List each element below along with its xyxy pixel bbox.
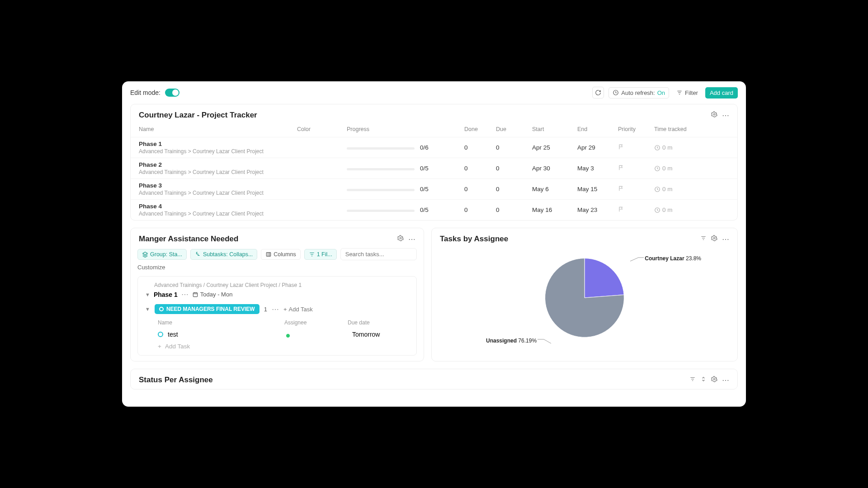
col-due: Due: [496, 126, 532, 132]
status-collapse-toggle[interactable]: ▼: [145, 306, 150, 312]
status-title: Status Per Assignee: [139, 375, 213, 385]
settings-button[interactable]: [397, 235, 404, 244]
filter-button[interactable]: [700, 235, 707, 244]
row-name[interactable]: Phase 3Advanced Trainings > Courtney Laz…: [139, 182, 297, 196]
row-start[interactable]: May 16: [532, 206, 577, 213]
row-end[interactable]: May 3: [577, 165, 618, 172]
edit-mode-toggle[interactable]: [165, 89, 179, 97]
subtasks-chip[interactable]: Subtasks: Collaps...: [190, 249, 257, 260]
group-chip-label: Group: Sta...: [150, 251, 182, 258]
filter-button[interactable]: Filter: [674, 88, 701, 98]
row-done: 0: [464, 186, 496, 192]
status-more[interactable]: ⋯: [272, 305, 279, 314]
row-name[interactable]: Phase 4Advanced Trainings > Courtney Laz…: [139, 203, 297, 217]
task-due[interactable]: Tomorrow: [352, 331, 406, 338]
status-badge[interactable]: NEED MANAGERS FINAL REVIEW: [155, 304, 259, 314]
row-start[interactable]: Apr 25: [532, 144, 577, 151]
project-tracker-card: Courtney Lazar - Project Tracker ⋯ Name …: [130, 104, 738, 221]
more-button[interactable]: ⋯: [408, 235, 415, 244]
table-row[interactable]: Phase 4Advanced Trainings > Courtney Laz…: [131, 199, 737, 220]
calendar-icon: [192, 291, 198, 298]
clock-icon: [613, 89, 619, 96]
row-progress[interactable]: 0/6: [347, 144, 464, 151]
col-name: Name: [139, 126, 297, 132]
card-actions: ⋯: [397, 235, 415, 244]
th-assignee: Assignee: [284, 319, 348, 326]
subtasks-chip-label: Subtasks: Collaps...: [203, 251, 253, 258]
manager-assistance-card: Manger Assistance Needed ⋯ Group: Sta...…: [130, 228, 424, 361]
row-priority[interactable]: [618, 144, 654, 151]
table-row[interactable]: Phase 1Advanced Trainings > Courtney Laz…: [131, 137, 737, 158]
clock-icon: [654, 186, 660, 192]
status-per-assignee-card: Status Per Assignee ⋯: [130, 369, 738, 389]
dashboard-window: Edit mode: Auto refresh: On Filter Add c…: [122, 81, 746, 407]
settings-button[interactable]: [711, 111, 717, 120]
group-chip[interactable]: Group: Sta...: [137, 249, 187, 260]
row-priority[interactable]: [618, 164, 654, 172]
filter-chip[interactable]: 1 Fil...: [304, 249, 337, 260]
customize-button[interactable]: Customize: [137, 264, 165, 271]
col-color: Color: [297, 126, 347, 132]
svg-point-9: [713, 237, 715, 239]
columns-chip[interactable]: Columns: [261, 249, 300, 260]
svg-point-1: [713, 113, 715, 115]
table-row[interactable]: Phase 2Advanced Trainings > Courtney Laz…: [131, 158, 737, 178]
phase-date[interactable]: Today - Mon: [192, 291, 233, 298]
row-priority[interactable]: [618, 206, 654, 214]
add-task-inline[interactable]: + Add Task: [283, 306, 313, 313]
status-badge-label: NEED MANAGERS FINAL REVIEW: [166, 306, 255, 312]
settings-button[interactable]: [711, 376, 717, 385]
more-button[interactable]: ⋯: [722, 376, 729, 385]
more-button[interactable]: ⋯: [722, 111, 729, 120]
row-end[interactable]: May 23: [577, 206, 618, 213]
status-dot-icon: [159, 307, 164, 311]
row-time[interactable]: 0 m: [654, 144, 699, 151]
svg-point-10: [713, 378, 715, 380]
refresh-button[interactable]: [592, 87, 604, 99]
row-end[interactable]: Apr 29: [577, 144, 618, 151]
more-button[interactable]: ⋯: [722, 235, 729, 244]
settings-button[interactable]: [711, 235, 717, 244]
table-row[interactable]: Phase 3Advanced Trainings > Courtney Laz…: [131, 178, 737, 199]
gear-icon: [397, 235, 404, 241]
row-progress[interactable]: 0/5: [347, 165, 464, 172]
row-progress[interactable]: 0/5: [347, 186, 464, 192]
edit-mode-label: Edit mode:: [130, 89, 160, 96]
add-card-button[interactable]: Add card: [705, 87, 738, 99]
leader-line-icon: [630, 257, 644, 262]
status-count: 1: [264, 306, 267, 313]
gear-icon: [711, 111, 717, 117]
auto-refresh-button[interactable]: Auto refresh: On: [609, 87, 669, 99]
row-due: 0: [496, 206, 532, 213]
row-start[interactable]: Apr 30: [532, 165, 577, 172]
row-name[interactable]: Phase 1Advanced Trainings > Courtney Laz…: [139, 141, 297, 155]
phase-collapse-toggle[interactable]: ▼: [145, 292, 150, 297]
filter-button[interactable]: [689, 376, 696, 385]
svg-point-6: [400, 237, 401, 239]
row-time[interactable]: 0 m: [654, 165, 699, 172]
leader-line-icon: [538, 338, 551, 344]
phase-name[interactable]: Phase 1: [154, 291, 178, 298]
row-time[interactable]: 0 m: [654, 186, 699, 192]
search-input[interactable]: [340, 248, 417, 260]
col-time: Time tracked: [654, 126, 699, 132]
filter-icon: [309, 251, 315, 258]
status-circle-icon[interactable]: [158, 332, 163, 337]
row-priority[interactable]: [618, 185, 654, 193]
pie-slice[interactable]: [585, 258, 624, 298]
row-start[interactable]: May 6: [532, 186, 577, 192]
row-end[interactable]: May 15: [577, 186, 618, 192]
phase-row: ▼ Phase 1 ⋯ Today - Mon: [144, 290, 410, 299]
row-progress[interactable]: 0/5: [347, 206, 464, 213]
task-row[interactable]: test Tomorrow: [144, 328, 410, 340]
row-name[interactable]: Phase 2Advanced Trainings > Courtney Laz…: [139, 161, 297, 175]
phase-more[interactable]: ⋯: [181, 290, 189, 299]
filter-label: Filter: [685, 89, 698, 96]
pie-slice-pct: 76.19%: [518, 338, 537, 344]
row-due: 0: [496, 165, 532, 172]
add-task-row[interactable]: + Add Task: [144, 340, 410, 350]
expand-button[interactable]: [700, 376, 707, 385]
task-name[interactable]: test: [168, 331, 289, 338]
pie-slice-pct: 23.8%: [686, 255, 701, 262]
row-time[interactable]: 0 m: [654, 206, 699, 213]
